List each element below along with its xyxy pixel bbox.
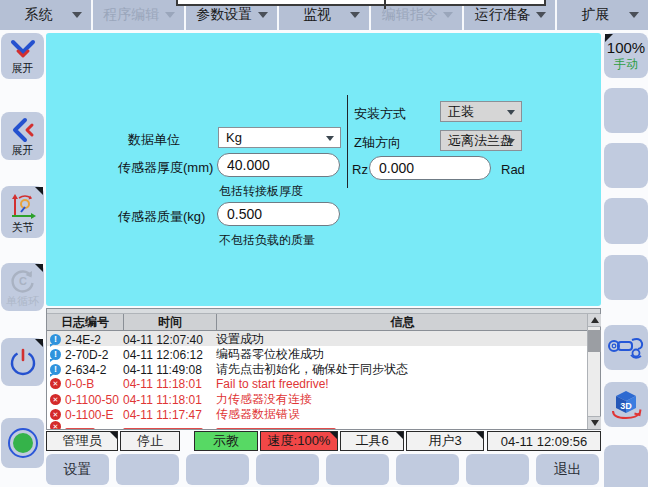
z-axis-value: 远离法兰盘 <box>448 132 513 150</box>
joint-mode-label: 关节 <box>12 221 34 233</box>
status-teach-mode: 示教 <box>194 431 258 451</box>
header-log-id: 日志编号 <box>47 314 123 331</box>
z-axis-select[interactable]: 远离法兰盘 <box>440 130 522 151</box>
mount-method-label: 安装方式 <box>354 105 406 123</box>
log-scrollbar[interactable] <box>587 314 600 429</box>
single-cycle-label: 单循环 <box>6 295 39 307</box>
settings-label: 设置 <box>64 461 92 479</box>
log-row[interactable]: 2-4E-2 04-11 12:07:40 设置成功 <box>47 331 588 346</box>
gripper-button[interactable] <box>604 325 648 370</box>
log-table: 日志编号 时间 信息 2-4E-2 04-11 12:07:40 设置成功 2-… <box>46 308 601 430</box>
right-toolbar-button-3[interactable] <box>604 143 648 188</box>
log-row[interactable]: 2-634-2 04-11 11:49:08 请先点击初始化，确保处于同步状态 <box>47 361 588 376</box>
bottom-button-bar: 设置 退出 <box>46 454 601 485</box>
sensor-settings-panel: 数据单位 Kg 传感器厚度(mm) 包括转接板厚度 传感器质量(kg) 不包括负… <box>46 33 601 306</box>
log-time: 04-11 11:18:01 <box>123 377 216 391</box>
clipped-text <box>65 428 95 430</box>
data-unit-select[interactable]: Kg <box>218 127 341 148</box>
corner-marker-icon <box>35 339 43 347</box>
error-icon <box>50 378 61 389</box>
scrollbar-thumb[interactable] <box>588 330 601 352</box>
status-user[interactable]: 用户3 <box>406 431 484 451</box>
speed-label: 速度:100% <box>268 432 331 450</box>
log-id: 0-1100-E <box>65 408 113 422</box>
joint-mode-button[interactable]: 关节 <box>1 186 44 238</box>
chevron-down-icon <box>536 12 546 18</box>
mount-method-value: 正装 <box>448 103 474 121</box>
status-role[interactable]: 管理员 <box>46 431 118 451</box>
corner-marker-icon <box>35 264 43 272</box>
bottom-button-4[interactable] <box>256 454 319 485</box>
expand-down-button[interactable]: 展开 <box>1 33 44 79</box>
log-message: 传感器数据错误 <box>216 406 588 423</box>
menu-system[interactable]: 系统 <box>0 0 93 30</box>
log-table-header: 日志编号 时间 信息 <box>47 314 588 331</box>
right-toolbar-button-5[interactable] <box>604 255 648 300</box>
single-cycle-button: C 单循环 <box>1 263 44 311</box>
single-cycle-icon: C <box>10 268 36 294</box>
log-row[interactable]: 0-1100-50 04-11 11:18:01 力传感器没有连接 <box>47 391 588 406</box>
bottom-button-2[interactable] <box>116 454 179 485</box>
status-tool[interactable]: 工具6 <box>340 431 404 451</box>
speed-mode-button[interactable]: 100% 手动 <box>604 33 648 78</box>
mass-hint: 不包括负载的质量 <box>219 232 315 249</box>
chevron-down-icon <box>350 12 360 18</box>
scroll-down-button[interactable] <box>588 416 601 429</box>
log-time: 04-11 11:17:47 <box>123 408 216 422</box>
chevron-down-icon <box>629 12 639 18</box>
bottom-button-7[interactable] <box>466 454 529 485</box>
menu-run-preparation-label: 运行准备 <box>475 6 545 24</box>
view-3d-button[interactable]: 3D <box>604 382 648 427</box>
menu-extension-label: 扩展 <box>582 6 624 24</box>
log-row[interactable]: 0-0-B 04-11 11:18:01 Fail to start freed… <box>47 376 588 391</box>
error-icon <box>50 409 61 420</box>
right-toolbar-button-2[interactable] <box>604 88 648 133</box>
sensor-thickness-input[interactable] <box>217 153 340 177</box>
mount-method-select[interactable]: 正装 <box>440 101 522 122</box>
teach-label: 示教 <box>213 432 239 450</box>
log-id: 2-634-2 <box>65 363 106 377</box>
svg-text:3D: 3D <box>620 401 632 411</box>
bottom-button-5[interactable] <box>326 454 389 485</box>
user-label: 用户3 <box>428 432 461 450</box>
record-button[interactable] <box>1 418 44 468</box>
corner-marker-icon <box>396 432 403 439</box>
datetime-label: 04-11 12:09:56 <box>501 434 588 449</box>
record-ring <box>8 428 38 458</box>
log-row[interactable]: 0-1100-E 04-11 11:17:47 传感器数据错误 <box>47 406 588 421</box>
settings-button[interactable]: 设置 <box>46 454 109 485</box>
bottom-button-3[interactable] <box>186 454 249 485</box>
log-id: 0-0-B <box>65 377 94 391</box>
corner-marker-icon <box>605 34 613 42</box>
clipped-text <box>216 428 336 430</box>
header-time: 时间 <box>123 314 216 331</box>
joint-axes-icon <box>9 192 37 220</box>
rz-input[interactable] <box>369 156 491 180</box>
log-time: 04-11 12:07:40 <box>123 333 216 347</box>
double-chevron-down-icon <box>10 39 36 61</box>
corner-marker-icon <box>35 187 43 195</box>
corner-marker-icon <box>476 432 483 439</box>
info-icon <box>50 364 61 375</box>
expand-left-button[interactable]: 展开 <box>1 112 44 160</box>
sensor-mass-input[interactable] <box>217 202 340 226</box>
status-datetime: 04-11 12:09:56 <box>487 431 601 451</box>
menu-extension[interactable]: 扩展 <box>557 0 648 30</box>
power-button[interactable] <box>1 338 44 386</box>
status-bar: 管理员 停止 示教 速度:100% 工具6 用户3 04-11 12:09:56 <box>46 431 601 451</box>
bottom-button-6[interactable] <box>396 454 459 485</box>
right-toolbar-button-8[interactable] <box>604 445 648 487</box>
log-time: 04-11 11:49:08 <box>123 363 216 377</box>
triangle-up-icon <box>591 317 599 323</box>
log-row[interactable]: 2-70D-2 04-11 12:06:12 编码器零位校准成功 <box>47 346 588 361</box>
status-speed[interactable]: 速度:100% <box>260 431 338 451</box>
scroll-up-button[interactable] <box>588 314 601 327</box>
menu-edit-instruction-label: 编辑指令 <box>382 6 452 24</box>
speed-percent-label: 100% <box>607 40 645 56</box>
exit-label: 退出 <box>554 461 582 479</box>
svg-text:C: C <box>19 275 27 287</box>
log-id: 0-1100-50 <box>65 393 119 407</box>
exit-button[interactable]: 退出 <box>536 454 599 485</box>
sensor-thickness-label: 传感器厚度(mm) <box>118 159 213 177</box>
right-toolbar-button-4[interactable] <box>604 198 648 244</box>
